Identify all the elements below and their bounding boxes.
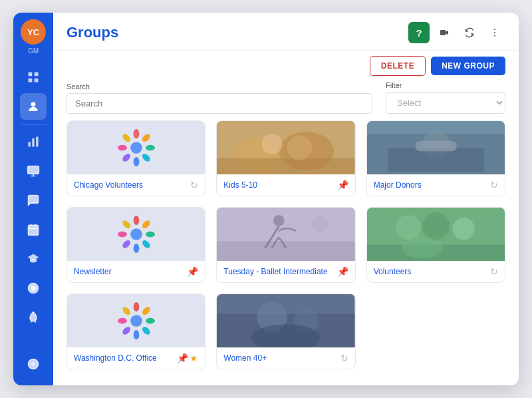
svg-point-25	[121, 132, 132, 143]
svg-point-16	[130, 142, 142, 154]
sidebar-item-add[interactable]	[20, 351, 47, 377]
sidebar-item-circle[interactable]	[20, 275, 47, 301]
group-card-ballet[interactable]: Tuesday - Ballet Intermediate 📌	[216, 207, 355, 283]
group-name-women-40: Women 40+	[223, 353, 267, 363]
svg-rect-3	[35, 79, 39, 83]
refresh-action-icon-4[interactable]: ↻	[340, 353, 348, 363]
refresh-action-icon-2[interactable]: ↻	[490, 180, 498, 190]
filter-section: Filter Select	[386, 81, 505, 114]
group-logo-newsletter	[67, 208, 205, 261]
group-image-chicago-volunteers	[67, 121, 205, 174]
svg-point-14	[494, 32, 495, 33]
sidebar-item-monitor[interactable]	[20, 158, 47, 184]
svg-point-21	[140, 152, 151, 163]
group-image-major-donors	[367, 121, 505, 174]
svg-point-11	[31, 286, 36, 291]
svg-point-37	[130, 228, 142, 240]
new-group-button[interactable]: NEW GROUP	[431, 57, 505, 75]
svg-point-15	[494, 35, 495, 37]
svg-point-63	[118, 318, 127, 324]
group-card-women-40[interactable]: Women 40+ ↻	[216, 294, 355, 369]
header-icons: ?	[408, 22, 505, 43]
svg-rect-35	[388, 148, 484, 172]
user-initials: GM	[28, 47, 39, 55]
page-title: Groups	[66, 24, 408, 41]
avatar[interactable]: YC	[21, 19, 46, 45]
svg-point-55	[401, 238, 442, 258]
toolbar: DELETE NEW GROUP	[53, 51, 519, 81]
search-section: Search	[66, 83, 372, 114]
group-logo-washington	[67, 294, 205, 347]
svg-point-30	[262, 134, 283, 154]
filter-select[interactable]: Select	[386, 92, 505, 114]
search-input[interactable]	[66, 93, 372, 114]
svg-rect-18	[135, 132, 138, 138]
svg-point-19	[140, 132, 151, 143]
svg-point-38	[133, 216, 139, 225]
pin-action-icon-4[interactable]: 📌	[177, 353, 188, 363]
svg-point-58	[140, 305, 151, 316]
svg-point-52	[422, 212, 450, 240]
pin-action-icon-2[interactable]: 📌	[187, 266, 198, 277]
group-name-major-donors: Major Donors	[374, 180, 422, 190]
pin-action-icon[interactable]: 📌	[337, 180, 348, 190]
help-icon-btn[interactable]: ?	[408, 22, 430, 43]
sidebar-item-launch[interactable]	[20, 304, 47, 331]
group-name-washington: Washington D.C. Office	[74, 353, 157, 363]
main-content: Groups ? DELETE NEW GROUP Search	[53, 13, 519, 385]
sidebar-item-chat[interactable]	[20, 187, 47, 214]
group-footer-volunteers: Volunteers ↻	[367, 261, 505, 282]
sidebar-item-training[interactable]	[20, 246, 47, 272]
group-card-volunteers[interactable]: Volunteers ↻	[366, 207, 505, 283]
group-name-ballet: Tuesday - Ballet Intermediate	[223, 267, 327, 276]
group-image-volunteers	[367, 208, 505, 261]
group-card-major-donors[interactable]: Major Donors ↻	[366, 120, 505, 196]
svg-point-49	[312, 216, 329, 232]
group-card-newsletter[interactable]: Newsletter 📌	[66, 207, 205, 283]
group-footer-chicago-volunteers: Chicago Volunteers ↻	[67, 174, 205, 196]
sidebar-item-reports[interactable]	[20, 128, 47, 155]
group-card-chicago-volunteers[interactable]: Chicago Volunteers ↻	[66, 120, 205, 196]
sidebar-item-calendar[interactable]	[20, 216, 47, 243]
refresh-action-icon-3[interactable]: ↻	[490, 266, 498, 277]
svg-rect-0	[29, 73, 33, 77]
sidebar-item-contacts[interactable]	[20, 93, 47, 120]
svg-point-44	[118, 232, 127, 238]
svg-point-45	[121, 219, 132, 230]
svg-rect-9	[29, 225, 39, 235]
group-name-newsletter: Newsletter	[74, 267, 112, 276]
svg-point-4	[31, 102, 36, 106]
group-image-women-40	[217, 294, 354, 347]
svg-rect-8	[28, 166, 39, 174]
group-footer-kids-5-10: Kids 5-10 📌	[217, 174, 354, 196]
svg-point-57	[133, 302, 139, 311]
group-image-washington	[67, 294, 205, 347]
group-image-kids-5-10	[217, 121, 354, 174]
svg-point-42	[133, 244, 139, 253]
svg-rect-1	[35, 73, 39, 77]
star-icon[interactable]: ★	[190, 353, 198, 363]
svg-point-20	[146, 145, 155, 151]
refresh-action-icon[interactable]: ↻	[190, 180, 198, 190]
group-footer-newsletter: Newsletter 📌	[67, 261, 205, 282]
sidebar-item-dashboard[interactable]	[20, 64, 47, 91]
group-logo-chicago-volunteers	[67, 121, 205, 174]
svg-point-39	[140, 219, 151, 230]
svg-point-43	[121, 239, 132, 250]
svg-rect-6	[32, 138, 34, 147]
svg-rect-2	[29, 79, 33, 83]
group-name-kids-5-10: Kids 5-10	[223, 180, 257, 190]
svg-point-53	[452, 218, 474, 240]
refresh-icon-btn[interactable]	[459, 22, 480, 43]
svg-point-48	[273, 215, 285, 226]
group-card-kids-5-10[interactable]: Kids 5-10 📌	[216, 120, 355, 196]
more-icon-btn[interactable]	[484, 22, 505, 43]
svg-point-61	[133, 330, 139, 339]
svg-rect-47	[217, 241, 354, 261]
pin-action-icon-3[interactable]: 📌	[337, 266, 348, 277]
search-filter-bar: Search Filter Select	[53, 81, 519, 120]
svg-point-13	[494, 29, 495, 30]
video-icon-btn[interactable]	[434, 22, 455, 43]
group-card-washington[interactable]: Washington D.C. Office 📌 ★	[66, 294, 205, 369]
delete-button[interactable]: DELETE	[370, 56, 426, 76]
